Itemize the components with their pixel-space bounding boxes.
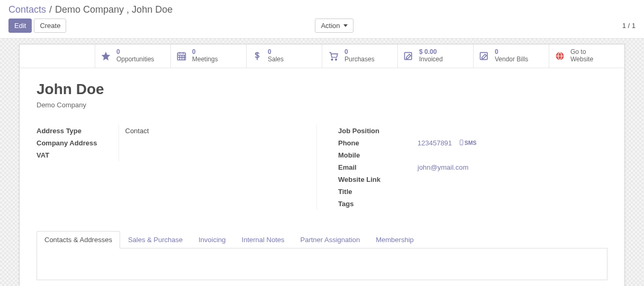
label-vat: VAT: [37, 149, 119, 161]
stat-vendorbills-label: Vendor Bills: [495, 56, 528, 63]
breadcrumb-sep: /: [49, 4, 52, 15]
tab-sales-purchase[interactable]: Sales & Purchase: [120, 231, 191, 248]
stat-spacer: [20, 44, 95, 68]
label-address-type: Address Type: [37, 125, 119, 137]
stat-sales-value: 0: [268, 49, 284, 56]
record-name: John Doe: [37, 81, 607, 98]
stat-vendorbills-value: 0: [495, 49, 528, 56]
stat-invoiced[interactable]: $ 0.00 Invoiced: [397, 44, 473, 68]
caret-down-icon: [343, 24, 348, 27]
tab-invoicing[interactable]: Invoicing: [191, 231, 233, 248]
action-label: Action: [321, 22, 340, 30]
sms-label: SMS: [465, 140, 477, 146]
form-sheet: 0 Opportunities 0 Meetings 0: [19, 44, 625, 286]
breadcrumb-root[interactable]: Contacts: [8, 4, 46, 15]
dollar-icon: [252, 51, 262, 61]
pager[interactable]: 1 / 1: [622, 22, 636, 30]
stat-invoiced-label: Invoiced: [419, 56, 443, 63]
value-address-type: Contact: [119, 125, 306, 137]
svg-point-9: [335, 59, 337, 60]
notebook-tabs: Contacts & Addresses Sales & Purchase In…: [37, 231, 607, 248]
value-company-address: [119, 137, 306, 149]
create-button[interactable]: Create: [34, 19, 66, 33]
pencil-square-icon: [479, 51, 489, 61]
button-box: 0 Opportunities 0 Meetings 0: [20, 44, 624, 68]
label-website-link: Website Link: [338, 173, 418, 186]
stat-purchases[interactable]: 0 Purchases: [322, 44, 397, 68]
svg-point-14: [461, 144, 461, 144]
sms-link[interactable]: SMS: [459, 140, 477, 146]
breadcrumb-current: Demo Company , John Doe: [55, 4, 173, 15]
label-job-position: Job Position: [338, 125, 418, 137]
label-email: Email: [338, 161, 418, 173]
pencil-square-icon: [403, 51, 414, 61]
stat-website-label2: Website: [570, 56, 593, 63]
tab-content: [37, 248, 607, 280]
record-company: Demo Company: [37, 101, 607, 109]
action-button[interactable]: Action: [315, 19, 353, 33]
value-phone[interactable]: 123457891: [418, 139, 452, 147]
stat-meetings-label: Meetings: [192, 56, 218, 63]
label-mobile: Mobile: [338, 149, 418, 161]
stat-meetings[interactable]: 0 Meetings: [170, 44, 246, 68]
label-tags: Tags: [338, 198, 418, 210]
star-icon: [101, 51, 111, 61]
value-mobile: [418, 149, 607, 161]
value-job-position: [418, 125, 607, 137]
tab-contacts-addresses[interactable]: Contacts & Addresses: [37, 231, 120, 248]
label-company-address: Company Address: [37, 137, 119, 149]
value-vat: [119, 149, 306, 161]
cart-icon: [328, 51, 339, 61]
stat-vendorbills[interactable]: 0 Vendor Bills: [473, 44, 549, 68]
value-email[interactable]: john@ymail.com: [418, 163, 468, 171]
value-website-link: [418, 173, 607, 186]
tab-internal-notes[interactable]: Internal Notes: [234, 231, 293, 248]
stat-purchases-label: Purchases: [344, 56, 375, 63]
stat-purchases-value: 0: [344, 49, 375, 56]
tab-partner-assignation[interactable]: Partner Assignation: [293, 231, 368, 248]
stat-opportunities-label: Opportunities: [116, 56, 154, 63]
stat-opportunities-value: 0: [116, 49, 154, 56]
breadcrumb: Contacts / Demo Company , John Doe: [8, 4, 636, 15]
value-tags: [418, 198, 607, 210]
globe-icon: [555, 51, 565, 61]
calendar-icon: [176, 51, 187, 61]
tab-membership[interactable]: Membership: [368, 231, 422, 248]
label-title: Title: [338, 186, 418, 198]
stat-invoiced-value: $ 0.00: [419, 49, 443, 56]
svg-point-8: [331, 59, 333, 60]
stat-sales-label: Sales: [268, 56, 284, 63]
edit-button[interactable]: Edit: [8, 19, 32, 33]
stat-website[interactable]: Go to Website: [549, 44, 624, 68]
stat-meetings-value: 0: [192, 49, 218, 56]
stat-sales[interactable]: 0 Sales: [246, 44, 322, 68]
value-title: [418, 186, 607, 198]
stat-website-label1: Go to: [570, 49, 593, 56]
mobile-icon: [459, 140, 464, 145]
stat-opportunities[interactable]: 0 Opportunities: [95, 44, 170, 68]
label-phone: Phone: [338, 137, 418, 149]
